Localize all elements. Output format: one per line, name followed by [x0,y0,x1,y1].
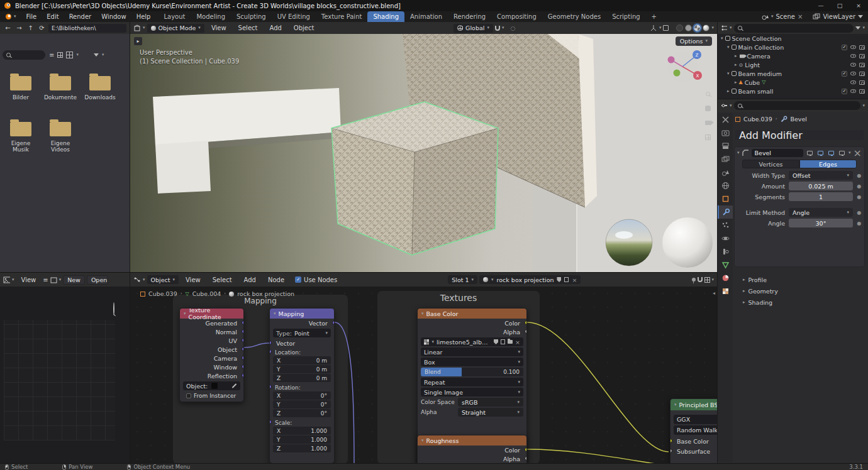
blend-slider[interactable]: Blend0.100 [421,368,523,376]
tab-modeling[interactable]: Modeling [191,11,231,22]
node-principled-bsdf[interactable]: ▾Principled BSDF GGX▾ Random Walk▾ Base … [670,398,717,463]
fb-forward-button[interactable]: → [14,25,24,31]
projection-dropdown[interactable]: Box▾ [421,358,523,366]
tab-compositing[interactable]: Compositing [491,11,542,22]
outliner-row-beam-medium[interactable]: ▾ Beam medium ✓ [718,69,868,78]
vp-menu-add[interactable]: Add [264,23,286,33]
outliner-row-light[interactable]: ▸ ⊙ Light [718,60,868,69]
menu-edit[interactable]: Edit [42,11,64,22]
node-mapping[interactable]: ▾Mapping Vector Type:Point▾ Vector Locat… [269,308,335,463]
tab-view-layer[interactable] [718,153,733,166]
options-dropdown[interactable]: Options▾ [676,36,712,46]
socket-scale[interactable] [269,420,272,424]
tab-scripting[interactable]: Scripting [606,11,645,22]
tab-physics[interactable] [718,232,733,245]
new-image-button[interactable]: New [63,275,85,285]
editor-type-caret[interactable]: ▾ [730,26,732,30]
editor-type-icon[interactable] [721,102,728,109]
viewlayer-filter-icon[interactable] [858,15,863,18]
editor-type-caret[interactable]: ▾ [12,278,14,282]
copy-image-icon[interactable] [501,339,505,344]
open-image-icon[interactable] [508,340,513,344]
scene-unlink-icon[interactable]: × [798,13,803,20]
editor-type-icon[interactable] [133,276,141,283]
tab-add-workspace[interactable]: + [646,11,662,22]
subsurface-method-dropdown[interactable]: Random Walk▾ [674,425,717,435]
node-roughness-image[interactable]: ▾Roughness Color Alpha [417,435,527,463]
render-toggle-icon[interactable] [859,45,865,50]
object-picker-field[interactable]: Object: [183,381,240,390]
pin-icon[interactable] [692,278,696,281]
render-toggle-icon[interactable] [859,63,865,67]
scene-browse-caret[interactable]: ▾ [771,14,774,19]
editor-type-icon[interactable] [721,25,728,31]
location-z-field[interactable]: Z0 m [273,374,331,382]
disclosure-caret[interactable]: ▸ [735,63,737,67]
shading-material-button[interactable] [694,25,701,31]
folder-eigene-videos[interactable]: Eigene Videos [42,119,79,153]
snap-magnet-icon[interactable] [495,26,500,31]
snap-icon[interactable] [698,277,703,282]
socket-generated[interactable] [242,320,244,325]
hide-eye-icon[interactable] [850,72,856,75]
render-toggle-icon[interactable] [859,89,865,94]
outliner-row-camera[interactable]: ▸ Camera [718,52,868,60]
fb-filter-icon[interactable] [94,53,99,57]
tab-uv-editing[interactable]: UV Editing [272,11,316,22]
tab-texture[interactable] [718,285,733,298]
disclosure-caret[interactable]: ▸ [735,80,737,85]
animate-dot[interactable]: ● [857,183,862,189]
fb-back-button[interactable]: ← [3,25,13,31]
panel-collapse-caret[interactable]: ▾ [737,151,740,155]
section-shading[interactable]: ▸Shading [743,299,772,306]
material-datablock[interactable]: ▾ rock box projection × [479,275,581,284]
sh-menu-node[interactable]: Node [263,275,289,285]
scale-y-field[interactable]: Y1.000 [273,435,331,444]
proportional-edit-icon[interactable]: ◌ [510,25,515,31]
slot-dropdown[interactable]: Slot 1▾ [448,275,477,284]
disclosure-caret[interactable]: ▾ [727,72,730,76]
mode-dropdown[interactable]: Object Mode▾ [147,24,204,33]
viewport-ortho-button[interactable] [703,132,713,143]
collapse-caret[interactable]: ▾ [184,312,186,316]
hide-eye-icon[interactable] [850,89,856,93]
hide-eye-icon[interactable] [850,80,856,84]
outliner-search-input[interactable] [734,24,854,33]
segments-field[interactable]: 1 [789,192,853,201]
tab-object[interactable] [718,192,733,205]
blender-menu-button[interactable]: ▾ [0,11,21,22]
unlink-image-icon[interactable]: × [515,339,520,346]
tab-output[interactable] [718,139,733,153]
render-toggle-icon[interactable] [859,72,865,76]
editor-type-caret[interactable]: ▾ [730,104,732,108]
fake-user-shield-icon[interactable] [557,277,561,282]
colorspace-dropdown[interactable]: sRGB▾ [458,398,523,407]
hide-eye-icon[interactable] [850,63,856,67]
vp-menu-select[interactable]: Select [233,23,263,33]
image-browse-caret[interactable]: ▾ [59,278,62,282]
tab-shading[interactable]: Shading [367,11,404,22]
socket-uv[interactable] [242,338,244,342]
image-datablock[interactable]: ▾ limestone5_albed... × [421,337,523,346]
amount-field[interactable]: 0.025 m [789,182,853,190]
collapse-caret[interactable]: ▾ [274,312,276,316]
angle-field[interactable]: 30° [789,219,853,227]
socket-location[interactable] [269,349,272,354]
fb-refresh-button[interactable]: ⟳ [37,25,47,31]
disclosure-caret[interactable]: ▸ [735,54,737,58]
tab-constraints[interactable] [718,245,733,258]
hide-eye-icon[interactable] [850,45,856,49]
socket-normal[interactable] [242,329,244,334]
open-image-button[interactable]: Open [87,275,108,285]
hamburger-icon[interactable]: ≡ [43,276,48,283]
tab-tool[interactable] [718,113,733,126]
mapping-type-dropdown[interactable]: Type:Point▾ [273,329,331,337]
socket-color-out[interactable] [525,320,527,325]
socket-reflection[interactable] [242,373,244,378]
breadcrumb-modifier[interactable]: Bevel [791,116,807,123]
socket-color-out[interactable] [525,447,527,452]
modifier-extras-caret[interactable]: ▾ [849,151,851,155]
overlay-icon[interactable] [704,277,710,283]
disclosure-caret[interactable]: ▾ [727,45,730,50]
socket-base-color-in[interactable] [670,439,672,443]
